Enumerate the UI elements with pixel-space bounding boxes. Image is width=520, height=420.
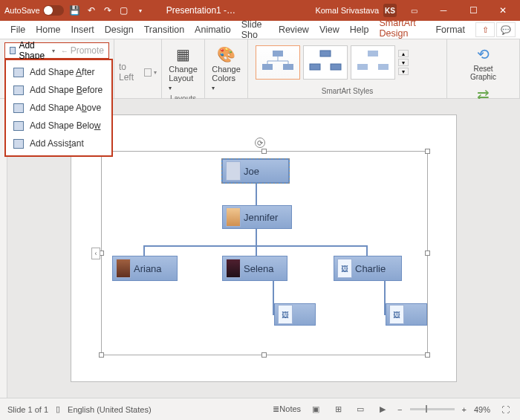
org-node-ariana[interactable]: Ariana (112, 256, 178, 281)
svg-rect-0 (273, 51, 283, 56)
user-avatar[interactable]: KS (383, 4, 397, 17)
svg-rect-1 (262, 64, 273, 70)
autosave-label: AutoSave (4, 6, 40, 15)
style-thumb-2[interactable] (303, 45, 348, 80)
org-node-empty-2[interactable]: 🖼 (386, 303, 427, 326)
tab-file[interactable]: File (10, 25, 25, 35)
svg-rect-12 (377, 63, 389, 71)
layout-icon: ▦ (173, 44, 194, 65)
tab-animations[interactable]: Animatio (195, 25, 231, 35)
change-colors-button[interactable]: 🎨 ChangeColors ▾ (209, 42, 244, 93)
undo-icon[interactable]: ↶ (86, 5, 97, 16)
right-to-left-button[interactable]: to Left ▾ (119, 62, 157, 83)
title-bar: AutoSave 💾 ↶ ↷ ▢ ▾ Presentation1 -… Koma… (0, 0, 520, 21)
status-bar: Slide 1 of 1 ▯ English (United States) ≣… (0, 398, 520, 420)
normal-view-icon[interactable]: ▣ (308, 404, 323, 416)
tab-slideshow[interactable]: Slide Sho (241, 19, 268, 40)
avatar-image (226, 207, 241, 227)
gallery-scroll-up[interactable]: ▴ (398, 50, 409, 57)
language-status[interactable]: English (United States) (68, 405, 152, 414)
org-node-label: Charlie (355, 263, 386, 274)
palette-icon: 🎨 (216, 44, 237, 65)
zoom-value[interactable]: 49% (474, 405, 490, 414)
close-icon[interactable]: ✕ (490, 0, 516, 21)
svg-rect-9 (331, 64, 341, 70)
svg-rect-8 (310, 64, 320, 70)
avatar-placeholder-icon (226, 161, 241, 181)
zoom-slider[interactable] (410, 408, 455, 410)
text-pane-toggle[interactable]: ‹ (91, 248, 100, 259)
org-node-label: Ariana (134, 263, 162, 274)
accessibility-icon[interactable]: ▯ (56, 404, 60, 414)
chevron-down-icon: ▾ (154, 69, 157, 76)
tab-smartart-design[interactable]: SmartArt Design (379, 18, 425, 42)
picture-placeholder-icon: 🖼 (278, 305, 293, 324)
shape-icon (13, 139, 24, 149)
svg-rect-7 (320, 51, 331, 56)
tab-view[interactable]: View (319, 25, 339, 35)
org-node-empty-1[interactable]: 🖼 (274, 303, 316, 326)
org-chart: Joe Jennifer Ariana Selena (102, 152, 427, 355)
fit-to-window-icon[interactable]: ⛶ (498, 404, 513, 416)
menu-add-shape-above[interactable]: Add Shape Above (6, 99, 111, 117)
gallery-more-button[interactable]: ▾ (398, 68, 409, 75)
org-node-label: Selena (244, 263, 273, 274)
minimize-icon[interactable]: ─ (431, 0, 456, 21)
shape-icon (13, 85, 24, 95)
menu-add-assistant[interactable]: Add Assistant (6, 135, 111, 152)
chevron-down-icon: ▾ (52, 48, 55, 54)
tab-home[interactable]: Home (36, 25, 60, 35)
slide-counter[interactable]: Slide 1 of 1 (7, 405, 48, 414)
style-thumb-3[interactable] (351, 45, 395, 80)
add-shape-label: Add Shape (19, 40, 47, 61)
menu-add-shape-after[interactable]: Add Shape After (6, 63, 111, 81)
org-node-jennifer[interactable]: Jennifer (222, 205, 292, 229)
tab-format[interactable]: Format (435, 25, 465, 35)
smartart-selection-frame[interactable]: ‹ Joe (101, 151, 428, 355)
promote-button: ← Promote (61, 45, 104, 56)
share-button[interactable]: ⇧ (475, 22, 495, 37)
tab-insert[interactable]: Insert (71, 25, 94, 35)
org-node-selena[interactable]: Selena (222, 256, 287, 281)
ribbon-tabs: File Home Insert Design Transition Anima… (0, 21, 520, 39)
org-node-label: Joe (244, 166, 259, 177)
reset-icon: ⟲ (473, 44, 494, 65)
reset-graphic-button[interactable]: ⟲ ResetGraphic (467, 42, 501, 83)
redo-icon[interactable]: ↷ (103, 5, 113, 16)
org-node-joe[interactable]: Joe (222, 159, 289, 183)
save-icon[interactable]: 💾 (70, 5, 80, 16)
tab-help[interactable]: Help (350, 25, 369, 35)
menu-add-shape-before[interactable]: Add Shape Before (6, 81, 111, 99)
qat-dropdown-icon[interactable]: ▾ (135, 5, 146, 16)
layout-icon (144, 68, 152, 77)
change-layout-button[interactable]: ▦ ChangeLayout ▾ (166, 42, 201, 93)
tab-design[interactable]: Design (105, 25, 134, 35)
ribbon: Add Shape ▾ ← Promote Add Shape After Ad… (0, 39, 520, 99)
add-shape-split-button[interactable]: Add Shape ▾ ← Promote (4, 42, 109, 59)
rotate-handle[interactable]: ⟳ (255, 138, 265, 148)
autosave-toggle[interactable]: AutoSave (4, 5, 64, 16)
sorter-view-icon[interactable]: ⊞ (331, 404, 345, 416)
zoom-in-button[interactable]: + (462, 405, 467, 414)
svg-rect-2 (283, 64, 293, 70)
reading-view-icon[interactable]: ▭ (353, 404, 368, 416)
slide[interactable]: ⟳ ‹ (71, 114, 457, 382)
gallery-scroll-down[interactable]: ▾ (398, 59, 409, 66)
picture-placeholder-icon: 🖼 (389, 305, 404, 324)
menu-add-shape-below[interactable]: Add Shape Below (6, 117, 111, 135)
toggle-icon (43, 5, 64, 16)
comments-button[interactable]: 💬 (496, 22, 516, 37)
svg-rect-10 (367, 50, 379, 57)
slideshow-view-icon[interactable]: ▶ (375, 404, 390, 416)
style-thumb-1[interactable] (256, 45, 300, 80)
maximize-icon[interactable]: ☐ (461, 0, 486, 21)
add-shape-menu: Add Shape After Add Shape Before Add Sha… (4, 59, 113, 157)
smartart-styles-gallery: ▴ ▾ ▾ (253, 42, 442, 83)
start-show-icon[interactable]: ▢ (119, 5, 129, 16)
org-node-label: Jennifer (244, 212, 278, 223)
tab-transitions[interactable]: Transition (144, 25, 184, 35)
tab-review[interactable]: Review (279, 25, 309, 35)
zoom-out-button[interactable]: − (397, 405, 402, 414)
org-node-charlie[interactable]: 🖼 Charlie (334, 256, 402, 281)
notes-button[interactable]: ≣Notes (273, 404, 301, 414)
